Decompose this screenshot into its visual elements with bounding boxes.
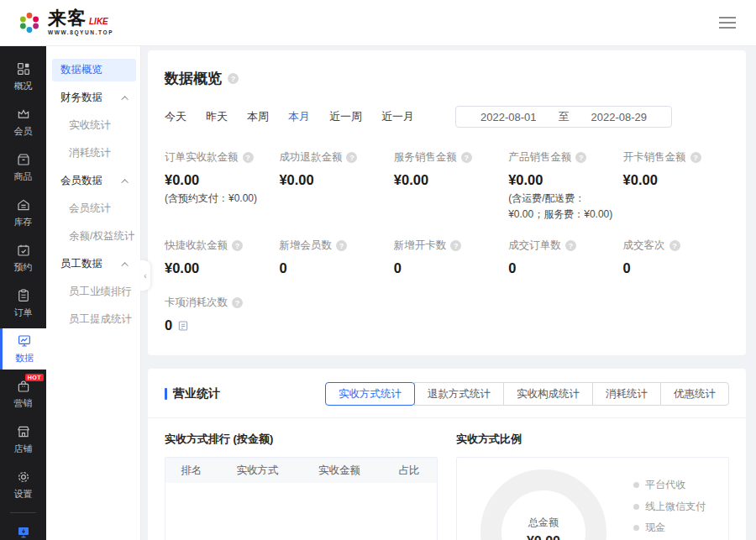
stat-label: 产品销售金额: [508, 150, 571, 165]
rail-item-goods[interactable]: 商品: [0, 147, 46, 188]
rail-item-members[interactable]: 会员: [0, 102, 46, 143]
rail-item-cashier[interactable]: 收银台: [0, 520, 46, 540]
tab-refund-method[interactable]: 退款方式统计: [414, 382, 504, 406]
chevron-up-icon: [121, 96, 128, 102]
sidebar-item-consume-stats[interactable]: 消耗统计: [46, 142, 140, 165]
rail-item-data[interactable]: 数据: [0, 328, 46, 370]
stat-label: 开卡销售金额: [623, 150, 686, 165]
detail-icon[interactable]: [177, 320, 189, 332]
goods-icon: [16, 152, 31, 167]
brand-name: 来客: [48, 9, 87, 28]
filter-last-month[interactable]: 近一月: [381, 109, 414, 124]
rail-item-orders[interactable]: 订单: [0, 283, 46, 324]
top-header: 来客 LIKE WWW.8QYUN.TOP: [0, 0, 756, 46]
stat-value: ¥0.00: [279, 172, 385, 188]
legend-item[interactable]: 线上微信支付: [633, 500, 706, 514]
help-icon[interactable]: ?: [565, 240, 576, 251]
help-icon[interactable]: ?: [669, 240, 680, 251]
sidebar-item-data-overview[interactable]: 数据概览: [52, 59, 136, 81]
tab-income-composition[interactable]: 实收构成统计: [503, 382, 593, 406]
sidebar-item-balance-stats[interactable]: 余额/权益统计: [46, 225, 140, 248]
stat-value: ¥0.00: [508, 172, 614, 188]
rail-item-settings[interactable]: 设置: [0, 464, 46, 506]
help-icon[interactable]: ?: [243, 152, 254, 163]
date-end: 2022-08-29: [591, 111, 648, 123]
stat-card-sales: 开卡销售金额? ¥0.00: [623, 150, 729, 222]
help-icon[interactable]: ?: [575, 152, 586, 163]
sidebar-group-label: 会员数据: [60, 174, 102, 188]
rail-item-label: 商品: [14, 170, 33, 183]
col-method: 实收方式: [218, 464, 297, 478]
legend-item[interactable]: 平台代收: [633, 478, 706, 492]
member-icon: [16, 107, 31, 122]
sidebar-item-income-stats[interactable]: 实收统计: [46, 114, 140, 137]
main-content: 数据概览 ? 今天 昨天 本周 本月 近一周 近一月 2022-08-01 至 …: [141, 46, 756, 540]
filter-today[interactable]: 今天: [165, 109, 186, 124]
sidebar-item-staff-rank[interactable]: 员工业绩排行: [46, 280, 140, 303]
tab-discount-stats[interactable]: 优惠统计: [660, 382, 729, 406]
filter-this-month[interactable]: 本月: [288, 109, 310, 124]
help-icon[interactable]: ?: [232, 240, 243, 251]
help-icon[interactable]: ?: [346, 152, 357, 163]
stat-value: ¥0.00: [165, 260, 270, 276]
sidebar-group-staff[interactable]: 员工数据: [46, 253, 140, 275]
rail-item-overview[interactable]: 概况: [0, 56, 46, 97]
brand-logo[interactable]: 来客 LIKE WWW.8QYUN.TOP: [17, 9, 113, 36]
rail-item-shop[interactable]: 店铺: [0, 419, 46, 460]
stat-value: ¥0.00: [165, 172, 270, 188]
tab-income-method[interactable]: 实收方式统计: [325, 382, 415, 406]
donut-center-label: 总金额: [528, 516, 559, 530]
help-icon[interactable]: ?: [450, 240, 461, 251]
page-title: 数据概览: [165, 69, 222, 88]
stat-quick-income: 快捷收款金额? ¥0.00: [165, 239, 270, 276]
booking-icon: [16, 243, 31, 258]
date-separator: 至: [559, 109, 570, 124]
stat-label: 成功退款金额: [279, 150, 342, 165]
filter-last-week[interactable]: 近一周: [329, 109, 362, 124]
filter-yesterday[interactable]: 昨天: [206, 109, 228, 124]
legend-item[interactable]: 现金: [633, 521, 706, 535]
date-filter-row: 今天 昨天 本周 本月 近一周 近一月 2022-08-01 至 2022-08…: [165, 106, 729, 128]
menu-hamburger-icon[interactable]: [716, 13, 739, 32]
rail-item-marketing[interactable]: HOT 营销: [0, 374, 46, 415]
stat-deal-orders: 成交订单数? 0: [508, 239, 614, 276]
shop-icon: [16, 424, 31, 439]
stat-label: 快捷收款金额: [165, 239, 228, 253]
help-icon[interactable]: ?: [228, 73, 239, 84]
cashier-icon: [16, 525, 31, 540]
stat-label: 成交客次: [623, 239, 665, 253]
help-icon[interactable]: ?: [232, 297, 243, 308]
ranking-table: 排名 实收方式 实收金额 占比 暂无数据: [165, 457, 438, 540]
hot-badge: HOT: [25, 374, 44, 381]
section-title: 营业统计: [173, 386, 220, 401]
stat-value: 0: [623, 260, 729, 276]
sidebar-item-member-stats[interactable]: 会员统计: [46, 197, 140, 220]
overview-card: 数据概览 ? 今天 昨天 本周 本月 近一周 近一月 2022-08-01 至 …: [148, 50, 746, 355]
sidebar-item-staff-commission[interactable]: 员工提成统计: [46, 308, 140, 331]
ranking-table-empty-state: 暂无数据: [165, 483, 437, 540]
legend-dot: [633, 525, 639, 531]
rail-item-booking[interactable]: 预约: [0, 238, 46, 279]
chart-legend: 平台代收 线上微信支付 现金 其他 微信 (记账) 支付宝 (记账) POS机 …: [633, 478, 706, 540]
proportion-chart: 总金额 ¥0.00 平台代收 线上微信支付 现金 其他 微信 (记账) 支付宝 …: [456, 457, 729, 540]
rail-item-inventory[interactable]: 库存: [0, 192, 46, 233]
stat-label: 新增会员数: [279, 239, 332, 253]
sidebar-group-members[interactable]: 会员数据: [46, 170, 140, 192]
date-range-picker[interactable]: 2022-08-01 至 2022-08-29: [455, 106, 672, 128]
help-icon[interactable]: ?: [690, 152, 701, 163]
brand-badge: LIKE: [89, 18, 108, 26]
stat-service-sales: 服务销售金额? ¥0.00: [394, 150, 500, 222]
rail-item-label: 会员: [14, 125, 33, 138]
stat-new-members: 新增会员数? 0: [279, 239, 385, 276]
sidebar-group-finance[interactable]: 财务数据: [46, 87, 140, 109]
sidebar-collapse-handle[interactable]: ‹: [140, 260, 150, 291]
help-icon[interactable]: ?: [461, 152, 472, 163]
rail-item-label: 设置: [14, 488, 33, 501]
tab-consume-stats[interactable]: 消耗统计: [592, 382, 661, 406]
col-rank: 排名: [165, 464, 218, 478]
stat-label: 订单实收款金额: [165, 150, 239, 165]
help-icon[interactable]: ?: [336, 240, 347, 251]
stat-note: (含预约支付：¥0.00): [165, 191, 270, 207]
filter-this-week[interactable]: 本周: [247, 109, 269, 124]
stat-label: 新增开卡数: [394, 239, 447, 253]
